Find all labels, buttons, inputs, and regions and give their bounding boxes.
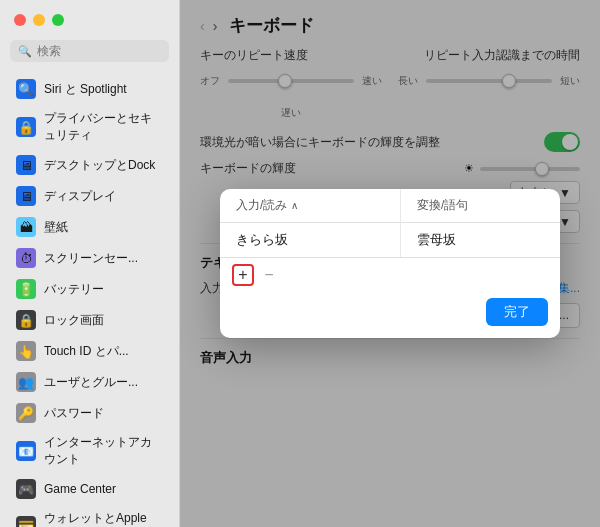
search-input[interactable] — [37, 44, 161, 58]
input-cell: きらら坂 — [220, 223, 400, 258]
remove-entry-button[interactable]: − — [258, 264, 280, 286]
sidebar-icon-game-center: 🎮 — [16, 479, 36, 499]
sidebar-label-battery: バッテリー — [44, 281, 104, 298]
convert-cell: 雲母坂 — [400, 223, 560, 258]
sidebar-label-desktop-dock: デスクトップとDock — [44, 157, 155, 174]
sidebar-item-internet[interactable]: 📧 インターネットアカウント — [6, 429, 173, 473]
sidebar-icon-users: 👥 — [16, 372, 36, 392]
sidebar-label-touch-id: Touch ID とパ... — [44, 343, 129, 360]
sidebar-item-wallet[interactable]: 💳 ウォレットとApple Pay — [6, 505, 173, 527]
sidebar-item-touch-id[interactable]: 👆 Touch ID とパ... — [6, 336, 173, 366]
sidebar-icon-wallet: 💳 — [16, 516, 36, 528]
sidebar-item-users[interactable]: 👥 ユーザとグルー... — [6, 367, 173, 397]
sidebar-label-lock-screen: ロック画面 — [44, 312, 104, 329]
sidebar-icon-internet: 📧 — [16, 441, 36, 461]
add-entry-button[interactable]: + — [232, 264, 254, 286]
sidebar-item-wallpaper[interactable]: 🏔 壁紙 — [6, 212, 173, 242]
sidebar-item-siri-spotlight[interactable]: 🔍 Siri と Spotlight — [6, 74, 173, 104]
close-button[interactable] — [14, 14, 26, 26]
fullscreen-button[interactable] — [52, 14, 64, 26]
sidebar-label-password: パスワード — [44, 405, 104, 422]
sidebar-icon-battery: 🔋 — [16, 279, 36, 299]
sidebar-item-privacy-security[interactable]: 🔒 プライバシーとセキュリティ — [6, 105, 173, 149]
sidebar-label-internet: インターネットアカウント — [44, 434, 163, 468]
sidebar-icon-display: 🖥 — [16, 186, 36, 206]
user-dict-modal: 入力/読み ∧ 変換/語句 きらら坂 雲母坂 + − 完了 — [220, 189, 560, 338]
sort-icon[interactable]: ∧ — [291, 200, 298, 211]
col1-header: 入力/読み ∧ — [220, 189, 400, 223]
sidebar-label-siri-spotlight: Siri と Spotlight — [44, 81, 127, 98]
sidebar-label-wallet: ウォレットとApple Pay — [44, 510, 163, 527]
sidebar-label-wallpaper: 壁紙 — [44, 219, 68, 236]
sidebar-item-desktop-dock[interactable]: 🖥 デスクトップとDock — [6, 150, 173, 180]
sidebar-item-game-center[interactable]: 🎮 Game Center — [6, 474, 173, 504]
minimize-button[interactable] — [33, 14, 45, 26]
sidebar-icon-lock-screen: 🔒 — [16, 310, 36, 330]
sidebar-icon-privacy-security: 🔒 — [16, 117, 36, 137]
sidebar-label-screensaver: スクリーンセー... — [44, 250, 138, 267]
traffic-lights — [14, 14, 64, 26]
sidebar-label-privacy-security: プライバシーとセキュリティ — [44, 110, 163, 144]
sidebar: 🔍 🔍 Siri と Spotlight 🔒 プライバシーとセキュリティ 🖥 デ… — [0, 0, 180, 527]
sidebar-icon-screensaver: ⏱ — [16, 248, 36, 268]
col2-header: 変換/語句 — [400, 189, 560, 223]
sidebar-label-game-center: Game Center — [44, 482, 116, 496]
sidebar-item-battery[interactable]: 🔋 バッテリー — [6, 274, 173, 304]
sidebar-icon-wallpaper: 🏔 — [16, 217, 36, 237]
done-button[interactable]: 完了 — [486, 298, 548, 326]
search-icon: 🔍 — [18, 45, 32, 58]
sidebar-icon-siri-spotlight: 🔍 — [16, 79, 36, 99]
sidebar-icon-desktop-dock: 🖥 — [16, 155, 36, 175]
modal-actions: + − — [220, 257, 560, 290]
dict-table: 入力/読み ∧ 変換/語句 きらら坂 雲母坂 — [220, 189, 560, 257]
main-content: ‹ › キーボード キーのリピート速度 リピート入力認識までの時間 オフ 速い … — [180, 0, 600, 527]
modal-footer: 完了 — [220, 290, 560, 338]
sidebar-item-lock-screen[interactable]: 🔒 ロック画面 — [6, 305, 173, 335]
sidebar-label-users: ユーザとグルー... — [44, 374, 138, 391]
table-header-row: 入力/読み ∧ 変換/語句 — [220, 189, 560, 223]
sidebar-icon-password: 🔑 — [16, 403, 36, 423]
sidebar-item-screensaver[interactable]: ⏱ スクリーンセー... — [6, 243, 173, 273]
sidebar-label-display: ディスプレイ — [44, 188, 116, 205]
modal-overlay: 入力/読み ∧ 変換/語句 きらら坂 雲母坂 + − 完了 — [180, 0, 600, 527]
table-row: きらら坂 雲母坂 — [220, 223, 560, 258]
search-bar[interactable]: 🔍 — [10, 40, 169, 62]
sidebar-item-password[interactable]: 🔑 パスワード — [6, 398, 173, 428]
sidebar-icon-touch-id: 👆 — [16, 341, 36, 361]
sidebar-item-display[interactable]: 🖥 ディスプレイ — [6, 181, 173, 211]
